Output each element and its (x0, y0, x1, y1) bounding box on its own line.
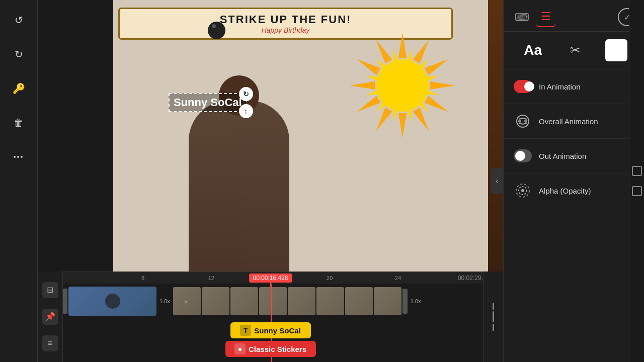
bowling-thumbnail (68, 287, 156, 316)
svg-marker-0 (398, 33, 407, 58)
bowling-clip[interactable] (68, 287, 156, 316)
far-right-toolbar (629, 0, 644, 362)
track-1-right-handle[interactable] (403, 289, 408, 314)
track-2-speed: 1.0x (409, 298, 423, 304)
text-tool-button[interactable]: Aa (520, 38, 545, 63)
person-clip-1[interactable]: ▶ (173, 287, 201, 315)
person-clip-7[interactable] (345, 287, 373, 315)
person-clip-4[interactable] (259, 287, 287, 315)
tab-list[interactable]: ☰ (536, 7, 556, 27)
timeline-ctrl-1[interactable]: ⊟ (42, 282, 58, 298)
panel-collapse-button[interactable]: ‹ (491, 168, 503, 194)
out-animation-toggle[interactable] (514, 149, 532, 162)
svg-marker-1 (413, 38, 433, 63)
ruler-mark-8: 8 (141, 275, 144, 281)
overall-animation-option[interactable]: Overall Animation › (504, 104, 644, 139)
timeline-ctrl-2[interactable]: 📌 (42, 309, 58, 325)
key-button[interactable]: 🔑 (9, 78, 29, 99)
in-animation-left: In Animation (514, 77, 581, 96)
out-animation-label: Out Animation (539, 152, 586, 160)
bowling-ball-icon (208, 22, 225, 39)
sun-sticker[interactable] (347, 30, 458, 141)
resize-handle-top-right[interactable]: ↻ (239, 87, 253, 101)
classic-stickers-text: Classic Stickers (249, 345, 306, 353)
timeline-ctrl-3[interactable]: ≡ (42, 335, 58, 351)
track-row-1: ◁ 1.0x (38, 286, 503, 317)
in-animation-toggle[interactable] (514, 80, 532, 93)
sticker-label-icon: ● (234, 343, 246, 354)
out-animation-icon (514, 147, 532, 165)
track-1-speed: 1.0x (157, 298, 172, 304)
ruler-marks: 8 12 00:00:16.428 20 24 00:02:29.590 (43, 272, 498, 284)
in-animation-option[interactable]: In Animation › (504, 69, 644, 104)
overall-animation-icon (514, 112, 532, 130)
ruler-mark-20: 20 (327, 275, 333, 281)
tab-keyboard[interactable]: ⌨ (512, 7, 532, 27)
timeline-tracks: ◁ 1.0x (38, 284, 503, 362)
panel-header: ⌨ ☰ ✓ (504, 0, 644, 32)
svg-marker-3 (430, 81, 455, 89)
in-animation-icon (514, 77, 532, 96)
timeline-ruler: 8 12 00:00:16.428 20 24 00:02:29.590 (38, 272, 503, 284)
right-panel: ⌨ ☰ ✓ Aa ✂ In Animatio (503, 0, 644, 362)
playhead[interactable]: 00:00:16.428 (249, 274, 292, 283)
person-clip-5[interactable] (288, 287, 315, 315)
track-1-left-handle[interactable] (62, 289, 67, 314)
in-animation-label: In Animation (539, 82, 581, 91)
person-clip-8[interactable] (374, 287, 401, 315)
timeline: 8 12 00:00:16.428 20 24 00:02:29.590 ◁ (38, 272, 503, 362)
far-right-square[interactable] (632, 166, 642, 176)
person-clip-3[interactable] (230, 287, 258, 315)
svg-point-24 (376, 59, 429, 112)
timeline-left-controls: ⊟ 📌 ≡ (38, 272, 63, 362)
video-background: STRIKE UP THE FUN! Happy Birthday (38, 0, 503, 272)
svg-point-30 (521, 189, 524, 192)
sun-svg (347, 30, 458, 141)
trash-button[interactable]: 🗑 (9, 113, 29, 133)
banner-main-text: STRIKE UP THE FUN! (130, 13, 441, 26)
panel-tools: Aa ✂ (504, 32, 644, 69)
person-clip-6[interactable] (316, 287, 344, 315)
ruler-mark-24: 24 (395, 275, 401, 281)
svg-point-26 (518, 120, 521, 123)
svg-marker-5 (413, 108, 433, 133)
svg-marker-7 (373, 108, 392, 133)
overall-anim-svg (515, 113, 531, 129)
zoom-control[interactable] (487, 302, 501, 332)
sunny-socal-label[interactable]: T Sunny SoCal (230, 322, 311, 338)
out-animation-option[interactable]: Out Animation › (504, 139, 644, 173)
svg-marker-2 (425, 56, 450, 75)
resize-handle-bottom-right[interactable]: ↕ (239, 104, 253, 118)
redo-button[interactable]: ↻ (9, 44, 29, 64)
svg-point-27 (524, 120, 527, 123)
svg-marker-9 (350, 81, 375, 89)
scissors-tool-button[interactable]: ✂ (562, 38, 588, 63)
timeline-right-controls (483, 272, 503, 362)
alpha-opacity-left: Alpha (Opacity) (514, 182, 591, 200)
video-preview: STRIKE UP THE FUN! Happy Birthday (38, 0, 503, 272)
person-clips-row: ▶ (173, 287, 401, 315)
alpha-opacity-icon (514, 182, 532, 200)
classic-stickers-label[interactable]: ● Classic Stickers (225, 341, 316, 357)
alpha-svg (515, 183, 531, 199)
timeline-label-container: T Sunny SoCal ● Classic Stickers (38, 322, 503, 357)
text-overlay[interactable]: Sunny SoCal ↻ ↕ (169, 93, 247, 112)
left-toolbar: ↺ ↻ 🔑 🗑 ••• (0, 0, 38, 362)
main-area: STRIKE UP THE FUN! Happy Birthday (38, 0, 503, 362)
overall-animation-left: Overall Animation (514, 112, 598, 130)
white-square-button[interactable] (605, 39, 627, 61)
far-right-square-2[interactable] (632, 186, 642, 196)
alpha-opacity-option[interactable]: Alpha (Opacity) › (504, 173, 644, 208)
text-overlay-content: Sunny SoCal (174, 96, 242, 109)
person-body (189, 101, 289, 272)
ruler-mark-12: 12 (208, 275, 214, 281)
svg-marker-11 (373, 38, 392, 63)
track-1-content: 1.0x ▶ (62, 286, 484, 316)
panel-tabs: ⌨ ☰ (512, 7, 556, 27)
more-button[interactable]: ••• (9, 147, 29, 167)
undo-button[interactable]: ↺ (9, 10, 29, 30)
person-clip-2[interactable] (202, 287, 229, 315)
right-panel-content: ⌨ ☰ ✓ Aa ✂ In Animatio (504, 0, 644, 362)
text-label-icon: T (240, 325, 251, 336)
svg-marker-10 (355, 56, 380, 75)
